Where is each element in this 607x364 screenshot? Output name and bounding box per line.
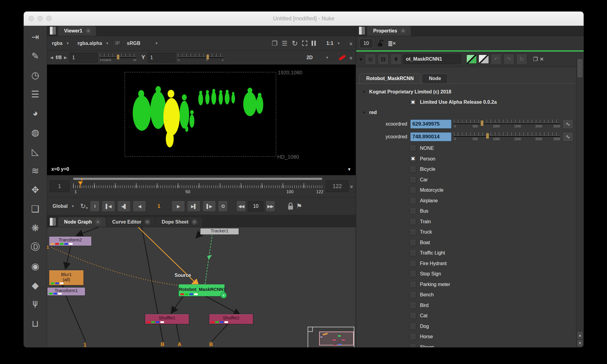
close-icon[interactable]: ✕ <box>85 28 91 34</box>
more-controls-icon[interactable]: » <box>348 56 355 59</box>
gain-input[interactable] <box>70 53 97 62</box>
pause-updates-icon[interactable] <box>312 41 316 46</box>
airplane-checkbox[interactable] <box>410 197 416 204</box>
step-back-button[interactable]: ◀ <box>133 201 146 212</box>
node-blur1[interactable]: Blur1 (all) <box>49 270 84 285</box>
tab-dope-sheet[interactable]: Dope Sheet ✕ <box>156 217 202 227</box>
range-end-input[interactable] <box>326 180 348 192</box>
sheep-checkbox[interactable] <box>410 344 416 347</box>
gl-color-swatch[interactable] <box>479 55 489 64</box>
tab-properties[interactable]: Properties ✕ <box>367 26 411 36</box>
ycoordred-animation-button[interactable]: ∿ <box>562 132 573 142</box>
prev-stop-icon[interactable]: ◀ <box>50 55 53 60</box>
next-stop-icon[interactable]: ▶ <box>64 55 67 60</box>
3d-menu-icon[interactable]: ❑ <box>26 200 44 218</box>
node-color-swatch[interactable] <box>466 55 477 64</box>
other-menu-icon[interactable]: ⊔ <box>26 314 44 332</box>
float-panel-icon[interactable]: ❐ <box>533 56 538 62</box>
more-controls-icon[interactable]: » <box>348 42 355 45</box>
node-graph-canvas[interactable]: Tracker1 Transform2 1 Blur1 (all) Transf… <box>47 227 356 347</box>
tab-rotobot-maskrcnn[interactable]: Rotobot_MaskRCNN <box>359 73 421 83</box>
alpha-channel-select[interactable]: rgba.alpha▾ <box>76 39 110 47</box>
close-icon[interactable]: ✕ <box>400 28 406 34</box>
clear-all-panels-icon[interactable]: ≣ ✕ <box>388 40 396 47</box>
tab-node-graph[interactable]: Node Graph ✕ <box>58 217 106 227</box>
node-graph-minimap[interactable] <box>308 327 354 347</box>
xcoordred-input[interactable] <box>410 120 452 129</box>
metadata-menu-icon[interactable]: ◆ <box>26 276 44 294</box>
collapse-icon[interactable]: ▼ <box>362 89 366 95</box>
bird-checkbox[interactable] <box>410 302 416 309</box>
time-menu-icon[interactable]: ◷ <box>26 66 44 84</box>
viewer-canvas[interactable]: 1920,1080 HD_1080 <box>47 65 356 163</box>
panel-menu-icon[interactable] <box>49 217 56 226</box>
toolsets-menu-icon[interactable]: ⋔ <box>26 295 44 313</box>
node-transform1[interactable]: Transform1 <box>47 287 85 296</box>
undo-icon[interactable]: ↶ <box>491 54 502 65</box>
max-panels-input[interactable] <box>359 39 373 48</box>
close-icon[interactable]: ✕ <box>95 219 101 225</box>
expand-info-icon[interactable]: ▼ <box>347 167 351 172</box>
panel-menu-icon[interactable] <box>359 26 365 35</box>
xcoordred-slider[interactable]: 0 500 1000 1500 2000 2500 <box>454 119 560 130</box>
go-to-start-button[interactable]: ▌◀ <box>102 201 115 212</box>
node-name-input[interactable] <box>403 54 461 64</box>
close-icon[interactable]: ✕ <box>192 219 197 225</box>
timeline-scrollbar[interactable] <box>73 178 322 180</box>
jump-forward-button[interactable]: ▶▶ <box>265 201 275 212</box>
bench-checkbox[interactable] <box>410 292 416 298</box>
image-menu-icon[interactable]: ⇥ <box>26 28 44 46</box>
timeline-ruler[interactable]: 1 1 50 100 122 <box>72 177 323 196</box>
channel-menu-icon[interactable]: ☰ <box>26 85 44 103</box>
gamma-slider[interactable]: 0 1 4 <box>178 53 223 62</box>
set-in-point-button[interactable]: I <box>90 201 100 212</box>
lock-range-icon[interactable] <box>287 202 294 210</box>
gamma-input[interactable] <box>148 53 176 62</box>
horse-checkbox[interactable] <box>410 333 416 340</box>
tab-viewer1[interactable]: Viewer1 ✕ <box>58 26 96 36</box>
loop-mode-button[interactable]: ↻ ▾ <box>80 202 88 210</box>
playhead[interactable] <box>78 181 83 185</box>
tab-node[interactable]: Node <box>422 73 448 83</box>
merge-menu-icon[interactable]: ≋ <box>26 161 44 180</box>
views-menu-icon[interactable]: ◉ <box>26 257 44 275</box>
title-bar[interactable]: Untitled [modified] - Nuke <box>24 12 584 26</box>
collapse-icon[interactable]: ▼ <box>362 110 366 115</box>
parking-meter-checkbox[interactable] <box>410 281 416 288</box>
redo-icon[interactable]: ↷ <box>503 54 514 65</box>
motorcycle-checkbox[interactable] <box>410 187 416 194</box>
step-forward-button[interactable]: ▶ <box>172 201 185 212</box>
deep-menu-icon[interactable]: Ⓓ <box>26 238 44 256</box>
node-rotobot-maskrcnn1[interactable]: Rotobot_MaskRCNN1 c <box>179 284 225 296</box>
node-transform2[interactable]: Transform2 <box>49 236 92 246</box>
fire-hydrant-checkbox[interactable] <box>410 260 416 267</box>
go-to-end-button[interactable]: ▌▶ <box>203 201 216 212</box>
postage-stamp-icon[interactable]: ⊟ <box>378 54 389 65</box>
revert-icon[interactable]: ↻ <box>516 54 527 65</box>
colorspace-select[interactable]: sRGB▾ <box>125 39 159 47</box>
panel-menu-icon[interactable] <box>49 26 56 35</box>
node-tracker1[interactable]: Tracker1 <box>200 228 239 235</box>
scroll-up-button[interactable]: ▲ <box>577 331 583 339</box>
draw-menu-icon[interactable]: ✎ <box>26 47 44 65</box>
frame-range-mode-select[interactable]: Global▾ <box>51 202 76 210</box>
red-group[interactable]: ▼ red <box>359 107 573 118</box>
cat-checkbox[interactable] <box>410 312 416 319</box>
scroll-down-button[interactable]: ▼ <box>577 339 583 347</box>
transform-menu-icon[interactable]: ✥ <box>26 180 44 199</box>
bus-checkbox[interactable] <box>410 208 416 214</box>
ycoordred-slider[interactable]: 0 500 1000 1500 2000 2500 <box>454 131 560 142</box>
wrench-icon[interactable]: ⋔ <box>390 54 401 65</box>
close-icon[interactable]: ✕ <box>145 219 150 225</box>
particles-menu-icon[interactable]: ❋ <box>26 219 44 237</box>
current-frame[interactable]: 1 <box>148 203 169 209</box>
range-start-input[interactable] <box>49 180 70 192</box>
xcoordred-animation-button[interactable]: ∿ <box>562 119 573 129</box>
keyer-menu-icon[interactable]: ◺ <box>26 142 44 160</box>
roi-icon[interactable] <box>302 41 307 46</box>
zoom-level-select[interactable]: 1:1▾ <box>325 39 342 47</box>
view-mode-select[interactable]: 2D▾ <box>305 54 330 62</box>
play-forward-button[interactable]: ▶▌ <box>187 201 200 212</box>
properties-scrollbar[interactable]: ▲ ▼ <box>576 57 584 347</box>
filter-menu-icon[interactable]: ◍ <box>26 123 44 141</box>
